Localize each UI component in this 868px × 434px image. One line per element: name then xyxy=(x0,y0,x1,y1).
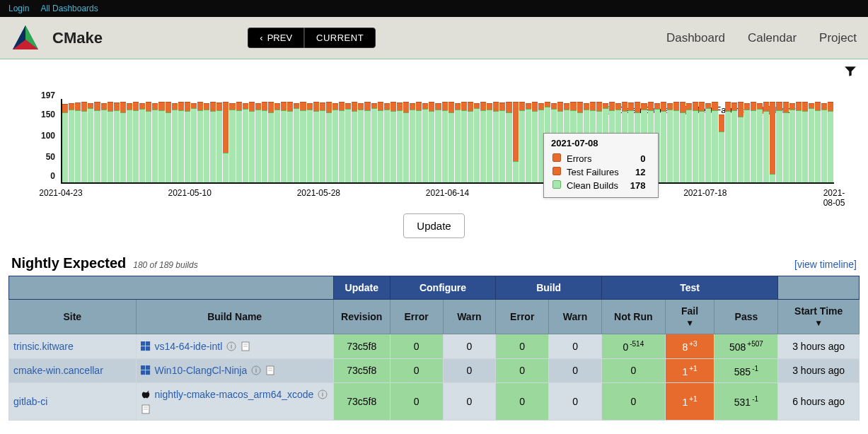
bar[interactable] xyxy=(416,99,422,182)
all-dashboards-link[interactable]: All Dashboards xyxy=(40,4,98,13)
bar[interactable] xyxy=(487,99,492,182)
bar[interactable] xyxy=(719,99,724,182)
bar[interactable] xyxy=(744,99,750,182)
bar[interactable] xyxy=(429,99,434,182)
bar[interactable] xyxy=(287,99,293,182)
start-cell[interactable]: 3 hours ago xyxy=(778,334,860,359)
bar[interactable] xyxy=(499,99,505,182)
col-update[interactable]: Update xyxy=(333,276,390,300)
col-start[interactable]: Start Time▼ xyxy=(778,300,860,334)
bar[interactable] xyxy=(403,99,409,182)
bld-err-cell[interactable]: 0 xyxy=(496,383,549,421)
bar[interactable] xyxy=(364,99,370,182)
bar[interactable] xyxy=(133,99,139,182)
bar[interactable] xyxy=(358,99,364,182)
bar[interactable] xyxy=(268,99,274,182)
bar[interactable] xyxy=(262,99,267,182)
bar[interactable] xyxy=(345,99,351,182)
bar[interactable] xyxy=(731,99,737,182)
bar[interactable] xyxy=(480,99,486,182)
bar[interactable] xyxy=(94,99,100,182)
bar[interactable] xyxy=(339,99,345,182)
cfg-warn-cell[interactable]: 0 xyxy=(443,334,496,359)
col-configure[interactable]: Configure xyxy=(390,276,496,300)
col-cfg-error[interactable]: Error xyxy=(390,300,443,334)
site-cell[interactable]: cmake-win.cancellar xyxy=(9,358,137,383)
bar[interactable] xyxy=(455,99,461,182)
bar[interactable] xyxy=(320,99,325,182)
fail-cell[interactable]: 1+1 xyxy=(665,358,714,383)
start-cell[interactable]: 6 hours ago xyxy=(778,383,860,421)
bar[interactable] xyxy=(474,99,480,182)
bar[interactable] xyxy=(178,99,184,182)
bar[interactable] xyxy=(422,99,428,182)
build-chart[interactable]: 197 150 100 50 0 2021-04-232021-05-10202… xyxy=(34,99,834,205)
pass-cell[interactable]: 585-1 xyxy=(714,358,778,383)
bar[interactable] xyxy=(770,99,775,182)
info-icon[interactable]: i xyxy=(251,365,261,375)
bar[interactable] xyxy=(332,99,338,182)
bar[interactable] xyxy=(802,99,808,182)
bar[interactable] xyxy=(371,99,377,182)
bar[interactable] xyxy=(75,99,81,182)
bar[interactable] xyxy=(300,99,306,182)
cfg-err-cell[interactable]: 0 xyxy=(390,383,443,421)
buildname-cell[interactable]: Win10-ClangCl-Ninja i xyxy=(136,358,333,383)
bar[interactable] xyxy=(197,99,203,182)
bar[interactable] xyxy=(313,99,319,182)
bar[interactable] xyxy=(191,99,197,182)
bar[interactable] xyxy=(725,99,731,182)
bar[interactable] xyxy=(62,99,68,182)
start-cell[interactable]: 3 hours ago xyxy=(778,358,860,383)
buildname-cell[interactable]: vs14-64-ide-intl i xyxy=(136,334,333,359)
filter-icon[interactable] xyxy=(844,65,857,78)
info-icon[interactable]: i xyxy=(318,389,328,399)
bar[interactable] xyxy=(519,99,525,182)
cfg-err-cell[interactable]: 0 xyxy=(390,358,443,383)
bar[interactable] xyxy=(693,99,698,182)
update-button[interactable]: Update xyxy=(403,213,464,238)
bar[interactable] xyxy=(705,99,711,182)
view-timeline-link[interactable]: [view timeline] xyxy=(794,259,857,270)
bar[interactable] xyxy=(783,99,789,182)
bar[interactable] xyxy=(146,99,151,182)
nav-calendar[interactable]: Calendar xyxy=(748,31,797,45)
bar[interactable] xyxy=(249,99,255,182)
bar[interactable] xyxy=(69,99,74,182)
nav-project[interactable]: Project xyxy=(819,31,857,45)
bar[interactable] xyxy=(166,99,171,182)
bar[interactable] xyxy=(680,99,685,182)
bar[interactable] xyxy=(223,99,228,182)
bar[interactable] xyxy=(435,99,441,182)
bar[interactable] xyxy=(526,99,531,182)
fail-cell[interactable]: 1+1 xyxy=(665,383,714,421)
cfg-warn-cell[interactable]: 0 xyxy=(443,358,496,383)
revision-cell[interactable]: 73c5f8 xyxy=(333,334,390,359)
bar[interactable] xyxy=(661,99,666,182)
bar[interactable] xyxy=(397,99,403,182)
bar[interactable] xyxy=(229,99,235,182)
col-bld-error[interactable]: Error xyxy=(496,300,549,334)
col-buildname[interactable]: Build Name xyxy=(136,300,333,334)
current-button[interactable]: CURRENT xyxy=(304,28,376,48)
bar[interactable] xyxy=(789,99,795,182)
bar[interactable] xyxy=(204,99,209,182)
bar[interactable] xyxy=(114,99,120,182)
bar[interactable] xyxy=(532,99,538,182)
bar[interactable] xyxy=(158,99,164,182)
bar[interactable] xyxy=(101,99,107,182)
note-icon[interactable] xyxy=(141,404,151,414)
bar[interactable] xyxy=(210,99,216,182)
bar[interactable] xyxy=(108,99,113,182)
bar[interactable] xyxy=(255,99,261,182)
col-notrun[interactable]: Not Run xyxy=(601,300,665,334)
bld-warn-cell[interactable]: 0 xyxy=(549,358,602,383)
pass-cell[interactable]: 531-1 xyxy=(714,383,778,421)
bar[interactable] xyxy=(236,99,242,182)
bar[interactable] xyxy=(712,99,717,182)
fail-cell[interactable]: 8+3 xyxy=(665,334,714,359)
bar[interactable] xyxy=(468,99,473,182)
bar[interactable] xyxy=(493,99,499,182)
bar[interactable] xyxy=(390,99,396,182)
bar[interactable] xyxy=(699,99,705,182)
